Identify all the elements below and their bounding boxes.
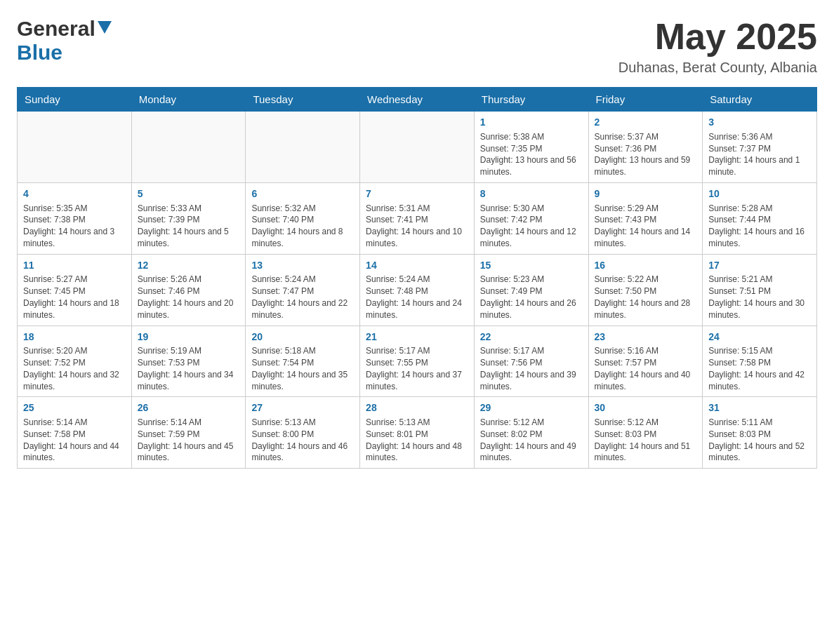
calendar-cell bbox=[18, 112, 132, 183]
day-info: Sunrise: 5:26 AMSunset: 7:46 PMDaylight:… bbox=[138, 274, 240, 321]
day-number: 4 bbox=[23, 187, 126, 201]
day-number: 2 bbox=[595, 116, 697, 130]
day-number: 30 bbox=[595, 401, 697, 415]
day-number: 26 bbox=[138, 401, 240, 415]
day-info: Sunrise: 5:11 AMSunset: 8:03 PMDaylight:… bbox=[708, 417, 811, 464]
day-number: 15 bbox=[480, 259, 583, 273]
calendar-cell: 16Sunrise: 5:22 AMSunset: 7:50 PMDayligh… bbox=[588, 254, 703, 326]
logo-general-text: General bbox=[17, 17, 95, 41]
calendar-cell: 22Sunrise: 5:17 AMSunset: 7:56 PMDayligh… bbox=[474, 326, 588, 397]
week-row-5: 25Sunrise: 5:14 AMSunset: 7:58 PMDayligh… bbox=[18, 397, 817, 469]
weekday-header-row: SundayMondayTuesdayWednesdayThursdayFrid… bbox=[18, 88, 817, 112]
day-info: Sunrise: 5:38 AMSunset: 7:35 PMDaylight:… bbox=[480, 131, 583, 178]
day-info: Sunrise: 5:13 AMSunset: 8:00 PMDaylight:… bbox=[251, 417, 354, 464]
day-number: 31 bbox=[708, 401, 811, 415]
calendar-cell: 19Sunrise: 5:19 AMSunset: 7:53 PMDayligh… bbox=[131, 326, 246, 397]
day-number: 23 bbox=[595, 330, 697, 344]
calendar-cell: 3Sunrise: 5:36 AMSunset: 7:37 PMDaylight… bbox=[703, 112, 817, 183]
weekday-header-tuesday: Tuesday bbox=[246, 88, 360, 112]
day-number: 27 bbox=[251, 401, 354, 415]
weekday-header-saturday: Saturday bbox=[703, 88, 817, 112]
day-info: Sunrise: 5:23 AMSunset: 7:49 PMDaylight:… bbox=[480, 274, 583, 321]
day-number: 22 bbox=[480, 330, 583, 344]
calendar-cell: 11Sunrise: 5:27 AMSunset: 7:45 PMDayligh… bbox=[18, 254, 132, 326]
title-block: May 2025 Duhanas, Berat County, Albania bbox=[618, 17, 817, 76]
day-number: 7 bbox=[366, 187, 468, 201]
calendar-cell: 30Sunrise: 5:12 AMSunset: 8:03 PMDayligh… bbox=[588, 397, 703, 469]
day-info: Sunrise: 5:31 AMSunset: 7:41 PMDaylight:… bbox=[366, 203, 468, 250]
calendar-cell: 27Sunrise: 5:13 AMSunset: 8:00 PMDayligh… bbox=[246, 397, 360, 469]
calendar-cell: 8Sunrise: 5:30 AMSunset: 7:42 PMDaylight… bbox=[474, 182, 588, 254]
day-number: 25 bbox=[23, 401, 126, 415]
day-info: Sunrise: 5:22 AMSunset: 7:50 PMDaylight:… bbox=[595, 274, 697, 321]
day-number: 18 bbox=[23, 330, 126, 344]
day-info: Sunrise: 5:17 AMSunset: 7:56 PMDaylight:… bbox=[480, 345, 583, 392]
day-number: 19 bbox=[138, 330, 240, 344]
calendar-cell: 20Sunrise: 5:18 AMSunset: 7:54 PMDayligh… bbox=[246, 326, 360, 397]
calendar-cell: 5Sunrise: 5:33 AMSunset: 7:39 PMDaylight… bbox=[131, 182, 246, 254]
calendar-cell: 25Sunrise: 5:14 AMSunset: 7:58 PMDayligh… bbox=[18, 397, 132, 469]
weekday-header-friday: Friday bbox=[588, 88, 703, 112]
calendar-cell: 4Sunrise: 5:35 AMSunset: 7:38 PMDaylight… bbox=[18, 182, 132, 254]
day-number: 9 bbox=[595, 187, 697, 201]
weekday-header-monday: Monday bbox=[131, 88, 246, 112]
day-info: Sunrise: 5:37 AMSunset: 7:36 PMDaylight:… bbox=[595, 131, 697, 178]
day-number: 24 bbox=[708, 330, 811, 344]
calendar-cell bbox=[246, 112, 360, 183]
calendar-cell bbox=[360, 112, 475, 183]
day-number: 6 bbox=[251, 187, 354, 201]
calendar-cell: 31Sunrise: 5:11 AMSunset: 8:03 PMDayligh… bbox=[703, 397, 817, 469]
calendar-cell: 24Sunrise: 5:15 AMSunset: 7:58 PMDayligh… bbox=[703, 326, 817, 397]
location-subtitle: Duhanas, Berat County, Albania bbox=[618, 60, 817, 76]
day-info: Sunrise: 5:12 AMSunset: 8:03 PMDaylight:… bbox=[595, 417, 697, 464]
day-number: 11 bbox=[23, 259, 126, 273]
day-number: 21 bbox=[366, 330, 468, 344]
logo-triangle-icon bbox=[98, 21, 112, 36]
day-info: Sunrise: 5:13 AMSunset: 8:01 PMDaylight:… bbox=[366, 417, 468, 464]
day-info: Sunrise: 5:24 AMSunset: 7:48 PMDaylight:… bbox=[366, 274, 468, 321]
day-info: Sunrise: 5:21 AMSunset: 7:51 PMDaylight:… bbox=[708, 274, 811, 321]
calendar-cell: 2Sunrise: 5:37 AMSunset: 7:36 PMDaylight… bbox=[588, 112, 703, 183]
day-number: 12 bbox=[138, 259, 240, 273]
day-number: 14 bbox=[366, 259, 468, 273]
day-number: 5 bbox=[138, 187, 240, 201]
calendar-cell: 15Sunrise: 5:23 AMSunset: 7:49 PMDayligh… bbox=[474, 254, 588, 326]
calendar-cell: 6Sunrise: 5:32 AMSunset: 7:40 PMDaylight… bbox=[246, 182, 360, 254]
day-number: 13 bbox=[251, 259, 354, 273]
day-info: Sunrise: 5:27 AMSunset: 7:45 PMDaylight:… bbox=[23, 274, 126, 321]
month-year-title: May 2025 bbox=[618, 17, 817, 57]
day-number: 20 bbox=[251, 330, 354, 344]
week-row-3: 11Sunrise: 5:27 AMSunset: 7:45 PMDayligh… bbox=[18, 254, 817, 326]
calendar-cell: 13Sunrise: 5:24 AMSunset: 7:47 PMDayligh… bbox=[246, 254, 360, 326]
logo: General Blue bbox=[17, 17, 112, 65]
day-info: Sunrise: 5:15 AMSunset: 7:58 PMDaylight:… bbox=[708, 345, 811, 392]
day-info: Sunrise: 5:32 AMSunset: 7:40 PMDaylight:… bbox=[251, 203, 354, 250]
week-row-2: 4Sunrise: 5:35 AMSunset: 7:38 PMDaylight… bbox=[18, 182, 817, 254]
svg-marker-0 bbox=[98, 21, 112, 34]
day-number: 1 bbox=[480, 116, 583, 130]
calendar-cell: 26Sunrise: 5:14 AMSunset: 7:59 PMDayligh… bbox=[131, 397, 246, 469]
day-info: Sunrise: 5:36 AMSunset: 7:37 PMDaylight:… bbox=[708, 131, 811, 178]
calendar-cell: 7Sunrise: 5:31 AMSunset: 7:41 PMDaylight… bbox=[360, 182, 475, 254]
weekday-header-thursday: Thursday bbox=[474, 88, 588, 112]
day-info: Sunrise: 5:29 AMSunset: 7:43 PMDaylight:… bbox=[595, 203, 697, 250]
day-info: Sunrise: 5:35 AMSunset: 7:38 PMDaylight:… bbox=[23, 203, 126, 250]
day-info: Sunrise: 5:30 AMSunset: 7:42 PMDaylight:… bbox=[480, 203, 583, 250]
week-row-1: 1Sunrise: 5:38 AMSunset: 7:35 PMDaylight… bbox=[18, 112, 817, 183]
day-number: 10 bbox=[708, 187, 811, 201]
weekday-header-wednesday: Wednesday bbox=[360, 88, 475, 112]
day-number: 29 bbox=[480, 401, 583, 415]
week-row-4: 18Sunrise: 5:20 AMSunset: 7:52 PMDayligh… bbox=[18, 326, 817, 397]
day-number: 28 bbox=[366, 401, 468, 415]
day-info: Sunrise: 5:20 AMSunset: 7:52 PMDaylight:… bbox=[23, 345, 126, 392]
calendar-cell: 1Sunrise: 5:38 AMSunset: 7:35 PMDaylight… bbox=[474, 112, 588, 183]
logo-blue-text: Blue bbox=[17, 41, 62, 65]
day-info: Sunrise: 5:24 AMSunset: 7:47 PMDaylight:… bbox=[251, 274, 354, 321]
calendar-cell: 29Sunrise: 5:12 AMSunset: 8:02 PMDayligh… bbox=[474, 397, 588, 469]
calendar-cell: 12Sunrise: 5:26 AMSunset: 7:46 PMDayligh… bbox=[131, 254, 246, 326]
page-header: General Blue May 2025 Duhanas, Berat Cou… bbox=[17, 17, 817, 76]
day-number: 16 bbox=[595, 259, 697, 273]
day-number: 17 bbox=[708, 259, 811, 273]
day-info: Sunrise: 5:17 AMSunset: 7:55 PMDaylight:… bbox=[366, 345, 468, 392]
calendar-cell bbox=[131, 112, 246, 183]
